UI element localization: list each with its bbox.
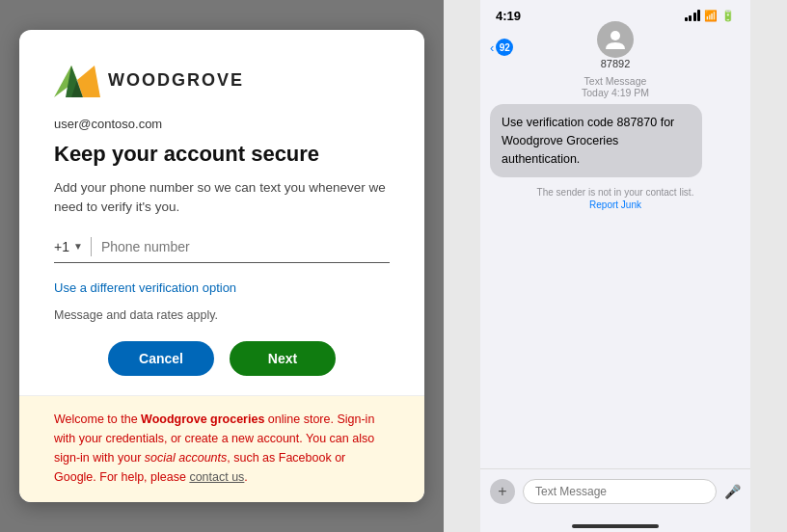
messages-area: Text Message Today 4:19 PM Use verificat…: [480, 67, 750, 468]
phone-mockup: 4:19 📶 🔋 ‹ 92: [480, 0, 750, 532]
card-description: Add your phone number so we can text you…: [54, 178, 390, 218]
country-code-selector[interactable]: +1 ▼: [54, 239, 83, 254]
signal-bars-icon: [685, 10, 701, 21]
phone-text-input-area: + 🎤: [480, 468, 750, 513]
mic-icon[interactable]: 🎤: [724, 484, 741, 499]
user-email: user@contoso.com: [54, 117, 390, 131]
messages-nav: ‹ 92 87892: [480, 27, 750, 67]
status-icons: 📶 🔋: [685, 10, 736, 22]
message-input[interactable]: [523, 479, 717, 504]
msg-time: Today 4:19 PM: [582, 87, 649, 98]
footer-contact-link[interactable]: contact us: [189, 470, 244, 484]
footer-bold-brand: Woodgrove groceries: [141, 412, 264, 426]
svg-point-4: [611, 31, 620, 40]
country-code-value: +1: [54, 239, 69, 254]
phone-input-row: +1 ▼: [54, 237, 390, 263]
back-count-badge: 92: [496, 39, 513, 56]
chevron-down-icon: ▼: [73, 241, 83, 252]
bar1: [685, 17, 688, 21]
wifi-icon: 📶: [704, 10, 718, 22]
home-bar: [572, 524, 659, 528]
cancel-button[interactable]: Cancel: [108, 341, 214, 376]
sender-number: 87892: [601, 58, 631, 69]
bar3: [693, 13, 696, 21]
logo-area: WOODGROVE: [54, 61, 390, 99]
add-attachment-button[interactable]: +: [490, 479, 515, 504]
chevron-left-icon: ‹: [490, 40, 494, 55]
card-title: Keep your account secure: [54, 141, 390, 169]
home-indicator: [480, 513, 750, 532]
right-panel: 4:19 📶 🔋 ‹ 92: [444, 0, 787, 532]
logo-text: WOODGROVE: [108, 70, 244, 91]
alt-verification-link[interactable]: Use a different verification option: [54, 280, 236, 295]
contact-avatar: [597, 21, 634, 58]
report-junk-link[interactable]: Report Junk: [589, 200, 641, 210]
data-rates-text: Message and data rates apply.: [54, 308, 390, 322]
message-type-label: Text Message Today 4:19 PM: [582, 75, 649, 98]
left-panel: WOODGROVE user@contoso.com Keep your acc…: [0, 0, 444, 532]
bar2: [689, 15, 692, 21]
bar4: [697, 10, 700, 21]
msg-type: Text Message: [584, 75, 647, 87]
button-row: Cancel Next: [54, 341, 390, 395]
card-footer: Welcome to the Woodgrove groceries onlin…: [19, 395, 424, 502]
person-icon: [604, 28, 627, 51]
footer-italic-social: social accounts: [145, 451, 227, 465]
battery-icon: 🔋: [721, 10, 735, 22]
back-button[interactable]: ‹ 92: [490, 39, 513, 56]
next-button[interactable]: Next: [230, 341, 336, 376]
footer-text-start: Welcome to the: [54, 412, 141, 426]
message-bubble: Use verification code 887870 for Woodgro…: [490, 104, 702, 177]
phone-number-input[interactable]: [101, 239, 390, 254]
auth-card: WOODGROVE user@contoso.com Keep your acc…: [19, 30, 424, 501]
footer-text-end: .: [244, 470, 247, 484]
woodgrove-logo-icon: [54, 61, 100, 99]
status-time: 4:19: [496, 9, 521, 23]
phone-divider: [91, 237, 92, 256]
sender-warning: The sender is not in your contact list.: [537, 187, 694, 198]
